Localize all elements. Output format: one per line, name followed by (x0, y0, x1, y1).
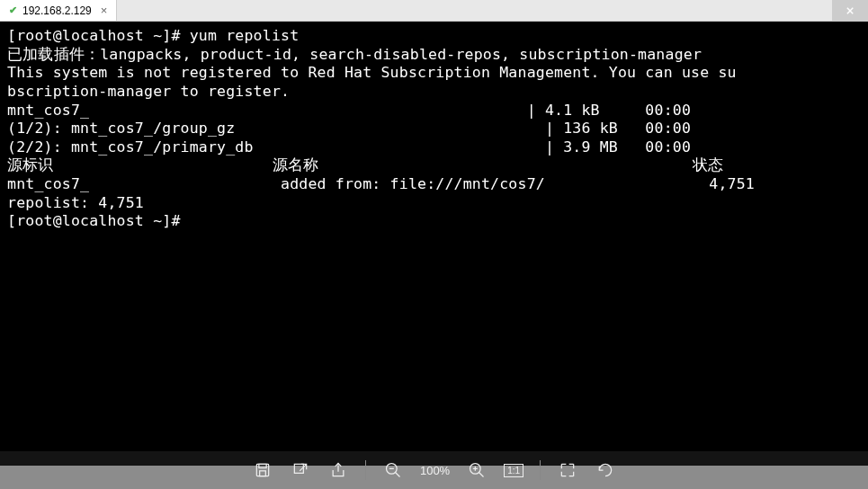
viewer-toolbar: 100% 1:1 (0, 451, 868, 489)
svg-rect-1 (259, 464, 266, 467)
terminal-line: mnt_cos7_ added from: file:///mnt/cos7/ … (7, 175, 755, 192)
divider (540, 460, 541, 480)
connected-icon: ✔ (9, 4, 17, 16)
tab-title: 192.168.2.129 (22, 4, 92, 17)
terminal-line: 已加载插件：langpacks, product-id, search-disa… (7, 46, 702, 63)
svg-rect-2 (260, 471, 266, 476)
terminal-line: mnt_cos7_ | 4.1 kB 00:00 (7, 102, 691, 119)
terminal-line: 源标识 源名称 状态 (7, 156, 723, 173)
terminal-line: [root@localhost ~]# yum repolist (7, 27, 299, 44)
terminal-line: [root@localhost ~]# (7, 212, 190, 229)
divider (365, 460, 366, 480)
zoom-level: 100% (420, 464, 450, 477)
aspect-ratio[interactable]: 1:1 (504, 464, 523, 477)
crop-icon[interactable] (557, 459, 578, 481)
terminal-line: repolist: 4,751 (7, 194, 144, 211)
close-icon[interactable]: × (101, 4, 108, 17)
window-close-button[interactable]: × (832, 0, 868, 21)
terminal-line: (1/2): mnt_cos7_/group_gz | 136 kB 00:00 (7, 120, 691, 137)
zoom-out-icon[interactable] (382, 459, 404, 481)
terminal-line: This system is not registered to Red Hat… (7, 64, 737, 81)
tab-session[interactable]: ✔ 192.168.2.129 × (0, 0, 117, 21)
zoom-in-icon[interactable] (466, 459, 488, 481)
terminal-line: bscription-manager to register. (7, 83, 290, 100)
terminal-line: (2/2): mnt_cos7_/primary_db | 3.9 MB 00:… (7, 138, 691, 156)
terminal-output[interactable]: [root@localhost ~]# yum repolist 已加载插件：l… (0, 22, 868, 466)
rotate-icon[interactable] (595, 459, 616, 481)
share-icon[interactable] (327, 459, 349, 481)
save-icon[interactable] (252, 459, 273, 481)
open-external-icon[interactable] (290, 459, 311, 481)
tab-bar: ✔ 192.168.2.129 × × (0, 0, 868, 22)
